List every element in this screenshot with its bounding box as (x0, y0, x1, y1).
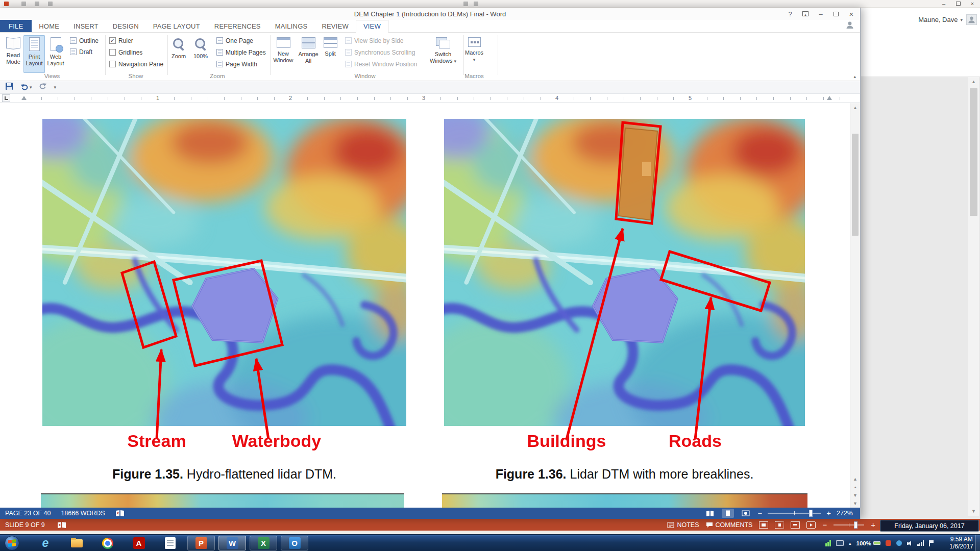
tray-show-hidden-icon[interactable]: ▴ (849, 541, 851, 546)
save-button[interactable] (5, 82, 13, 92)
horizontal-ruler[interactable]: 1 2 3 4 5 (0, 94, 860, 103)
taskbar-acrobat[interactable]: A (125, 536, 153, 550)
zoom-slider-thumb[interactable] (854, 521, 857, 529)
tab-references[interactable]: REFERENCES (207, 20, 268, 32)
zoom-out-button[interactable]: − (757, 510, 762, 517)
ppt-app-icon[interactable] (4, 2, 9, 6)
split-button[interactable]: Split (320, 35, 341, 73)
tab-page-layout[interactable]: PAGE LAYOUT (146, 20, 207, 32)
outline-button[interactable]: Outline (70, 36, 99, 45)
caption-figure-135[interactable]: Figure 1.35. Hydro-flattened lidar DTM. (42, 467, 406, 482)
next-figure-partial[interactable] (41, 493, 404, 508)
reading-view-button[interactable] (791, 521, 800, 529)
zoom-slider[interactable] (768, 513, 821, 514)
scrollbar-thumb[interactable] (852, 134, 859, 236)
navigation-pane-checkbox[interactable]: Navigation Pane (109, 59, 163, 69)
zoom-out-button[interactable]: − (822, 521, 827, 529)
qat-undo-icon[interactable] (35, 2, 39, 6)
slideshow-button[interactable] (806, 521, 816, 529)
tab-file[interactable]: FILE (0, 20, 32, 32)
page-indicator[interactable]: PAGE 23 OF 40 (5, 510, 51, 517)
select-browse-object-button[interactable]: ● (850, 483, 860, 491)
taskbar-powerpoint[interactable]: P (187, 536, 215, 550)
arrange-all-button[interactable]: Arrange All (298, 35, 319, 73)
slide-sorter-view-button[interactable] (775, 521, 784, 529)
taskbar-outlook[interactable]: O (281, 536, 308, 550)
comments-button[interactable]: COMMENTS (706, 521, 753, 529)
minimize-button[interactable]: – (813, 8, 828, 19)
tray-antivirus-icon[interactable] (886, 540, 891, 546)
zoom-in-button[interactable]: + (871, 521, 875, 529)
zoom-100-button[interactable]: 100% (190, 35, 211, 73)
next-figure-partial[interactable] (442, 493, 807, 508)
one-page-button[interactable]: One Page (216, 36, 253, 45)
tray-battery-icon[interactable]: 100% (856, 540, 880, 546)
taskbar-chrome[interactable] (94, 536, 121, 550)
taskbar-internet-explorer[interactable]: e (32, 536, 59, 550)
taskbar-generic-app[interactable] (156, 536, 184, 550)
left-indent-marker[interactable] (21, 96, 27, 100)
qat-save-icon[interactable] (21, 2, 26, 6)
taskbar-word[interactable]: W (218, 536, 246, 550)
scrollbar-thumb[interactable] (970, 88, 977, 216)
zoom-slider[interactable] (834, 524, 864, 525)
tray-volume-icon[interactable] (907, 540, 912, 546)
multiple-pages-button[interactable]: Multiple Pages (216, 47, 266, 57)
ppt-restore-button[interactable] (951, 0, 965, 8)
ruler-checkbox[interactable]: ✓ Ruler (109, 36, 133, 45)
word-count[interactable]: 18666 WORDS (61, 510, 105, 517)
web-layout-button[interactable]: Web Layout (45, 35, 66, 73)
scroll-up-icon[interactable]: ▲ (968, 77, 979, 86)
tab-selector[interactable] (2, 94, 10, 102)
titlebar[interactable]: DEM Chapter 1 (Introduction to DEMs) Fin… (0, 8, 860, 20)
right-indent-marker[interactable] (827, 96, 832, 100)
avatar[interactable] (845, 20, 855, 32)
print-layout-view-button[interactable] (722, 509, 734, 518)
next-page-button[interactable]: ▼ (850, 491, 860, 499)
macros-button[interactable]: Macros▾ (458, 35, 491, 73)
proofing-errors-icon[interactable] (57, 521, 66, 529)
ppt-close-button[interactable]: × (966, 0, 979, 8)
caption-figure-136[interactable]: Figure 1.36. Lidar DTM with more breakli… (444, 467, 805, 482)
ppt-account[interactable]: Maune, Dave ▾ (918, 16, 963, 23)
tray-display-icon[interactable] (836, 540, 844, 546)
zoom-percent[interactable]: 272% (837, 510, 853, 517)
ppt-minimize-button[interactable]: – (937, 0, 950, 8)
undo-button[interactable]: ▾ (20, 83, 32, 91)
document-canvas[interactable]: Stream Waterbody Buildings Roads Figure … (0, 103, 860, 508)
zoom-slider-thumb[interactable] (809, 510, 813, 517)
redo-button[interactable] (39, 82, 47, 92)
draft-button[interactable]: Draft (70, 47, 92, 57)
notes-button[interactable]: NOTES (667, 521, 699, 529)
tab-view[interactable]: VIEW (356, 20, 388, 33)
ppt-scrollbar[interactable]: ▲ ▼ (968, 77, 979, 516)
print-layout-button[interactable]: Print Layout (23, 35, 45, 73)
web-layout-view-button[interactable] (740, 509, 752, 518)
read-mode-button[interactable]: Read Mode (3, 35, 24, 73)
scroll-up-icon[interactable]: ▲ (850, 103, 860, 112)
tab-insert[interactable]: INSERT (66, 20, 106, 32)
collapse-ribbon-icon[interactable]: ▴ (853, 74, 856, 79)
normal-view-button[interactable] (759, 521, 768, 529)
dtm-map-image[interactable] (444, 119, 805, 426)
close-button[interactable]: × (844, 8, 859, 19)
scroll-down-icon[interactable]: ▼ (968, 507, 979, 516)
scroll-down-icon[interactable]: ▼ (850, 499, 860, 508)
figure-hydro-flattened-dtm[interactable]: Stream Waterbody (42, 119, 406, 456)
customize-qat-icon[interactable]: ▾ (54, 85, 57, 90)
read-mode-view-button[interactable] (704, 509, 716, 518)
tab-review[interactable]: REVIEW (314, 20, 355, 32)
taskbar-file-explorer[interactable] (63, 536, 90, 550)
dtm-map-image[interactable] (42, 119, 406, 426)
tab-design[interactable]: DESIGN (106, 20, 146, 32)
taskbar-excel[interactable]: X (250, 536, 277, 550)
page-width-button[interactable]: Page Width (216, 59, 257, 69)
show-desktop-button[interactable] (975, 535, 980, 551)
maximize-button[interactable] (828, 8, 844, 19)
figure-dtm-breaklines[interactable]: Buildings Roads (444, 119, 805, 456)
slide-indicator[interactable]: SLIDE 9 OF 9 (5, 521, 45, 529)
tray-activity-icon[interactable] (825, 540, 831, 546)
gridlines-checkbox[interactable]: Gridlines (109, 47, 142, 57)
tray-app-icon[interactable] (896, 540, 902, 546)
switch-windows-button[interactable]: Switch Windows ▾ (427, 35, 459, 73)
